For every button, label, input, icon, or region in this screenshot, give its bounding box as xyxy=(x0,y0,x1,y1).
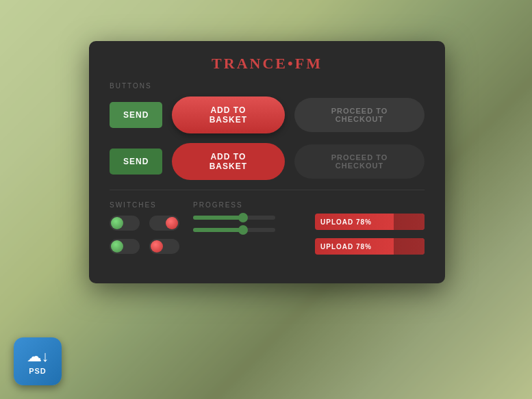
progress-knob-1[interactable] xyxy=(238,213,248,222)
psd-label: PSD xyxy=(29,367,47,375)
logo: TRANCE•FM xyxy=(110,55,425,73)
ui-card: TRANCE•FM BUTTONS SEND ADD TO BASKET PRO… xyxy=(89,41,445,283)
toggle-3-knob xyxy=(111,240,123,253)
progress-track-1[interactable] xyxy=(193,216,275,220)
buttons-row-2: SEND ADD TO BASKET PROCEED TO CHECKOUT xyxy=(110,143,425,180)
toggle-1[interactable] xyxy=(110,216,140,231)
checkout-button-2[interactable]: PROCEED TO CHECKOUT xyxy=(294,144,425,179)
progress-fill-2 xyxy=(193,228,242,232)
psd-icon: ☁↓ xyxy=(27,348,49,365)
upload-bar-container-2: UPLOAD 78% xyxy=(315,238,425,255)
upload-label-1: UPLOAD 78% xyxy=(320,218,372,226)
upload-bar-2: UPLOAD 78% xyxy=(315,238,425,255)
upload-section: UPLOAD 78% UPLOAD 78% xyxy=(315,201,425,263)
toggle-4[interactable] xyxy=(149,239,179,254)
progress-label: PROGRESS xyxy=(193,201,301,209)
upload-bar-1: UPLOAD 78% xyxy=(315,214,425,230)
switches-section: SWITCHES xyxy=(110,201,179,262)
section-divider xyxy=(110,190,425,190)
add-to-basket-button-2[interactable]: ADD TO BASKET xyxy=(172,143,285,180)
send-button-2[interactable]: SEND xyxy=(110,149,162,175)
toggle-3[interactable] xyxy=(110,239,140,254)
progress-knob-2[interactable] xyxy=(238,225,248,235)
progress-section: PROGRESS xyxy=(193,201,301,240)
toggle-1-knob xyxy=(111,217,123,229)
toggle-4-knob xyxy=(151,240,163,253)
send-button-1[interactable]: SEND xyxy=(110,102,162,128)
switch-row-1 xyxy=(110,216,179,231)
toggle-2-knob xyxy=(166,217,178,229)
buttons-row-1: SEND ADD TO BASKET PROCEED TO CHECKOUT xyxy=(110,96,425,133)
add-to-basket-button-1[interactable]: ADD TO BASKET xyxy=(172,96,285,133)
progress-row-2 xyxy=(193,228,301,232)
psd-badge: ☁↓ PSD xyxy=(14,337,62,385)
upload-bar-container-1: UPLOAD 78% xyxy=(315,214,425,230)
progress-track-2[interactable] xyxy=(193,228,275,232)
progress-row-1 xyxy=(193,216,301,220)
logo-text: TRANCE•FM xyxy=(212,55,322,72)
progress-fill-1 xyxy=(193,216,242,220)
toggle-2[interactable] xyxy=(149,216,179,231)
upload-label-2: UPLOAD 78% xyxy=(320,243,372,250)
switch-row-2 xyxy=(110,239,179,254)
buttons-section-label: BUTTONS xyxy=(110,82,425,90)
bottom-section: SWITCHES xyxy=(110,201,425,263)
switches-label: SWITCHES xyxy=(110,201,179,209)
checkout-button-1[interactable]: PROCEED TO CHECKOUT xyxy=(294,98,425,132)
